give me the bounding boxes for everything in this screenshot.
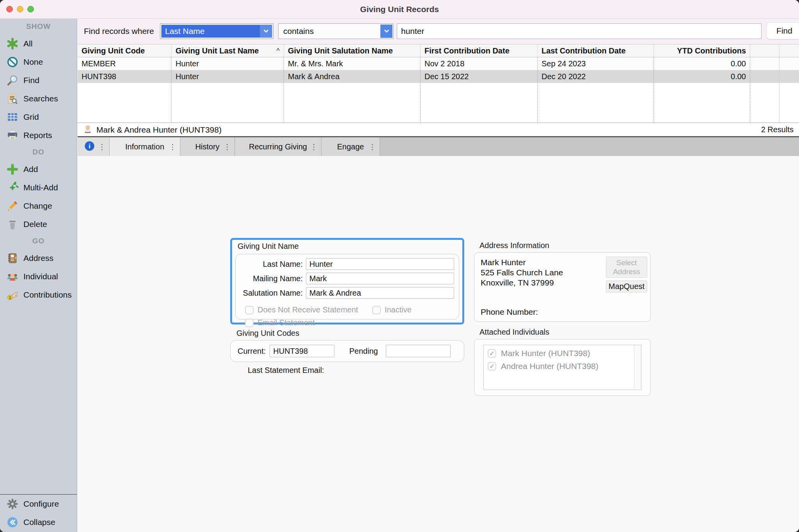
checkbox-unchecked[interactable] bbox=[245, 306, 254, 314]
close-button[interactable] bbox=[6, 6, 13, 12]
list-item[interactable]: ✓ Andrea Hunter (HUNT398) bbox=[488, 362, 641, 371]
tab-history[interactable]: History ⋮ bbox=[180, 137, 235, 156]
address-information-fieldset: Mark Hunter 525 Falls Church Lane Knoxvi… bbox=[474, 252, 651, 322]
record-header-bar: Mark & Andrea Hunter (HUNT398) 2 Results bbox=[78, 123, 799, 136]
zoom-button[interactable] bbox=[27, 6, 34, 12]
empty-cell bbox=[750, 83, 779, 122]
sidebar-item-label: Add bbox=[23, 165, 38, 174]
last-name-label: Last Name: bbox=[240, 260, 306, 269]
chevron-down-icon bbox=[260, 25, 272, 37]
current-code-field[interactable] bbox=[270, 345, 334, 357]
sidebar-item-multi-add[interactable]: Multi-Add bbox=[0, 178, 77, 197]
current-code-label: Current: bbox=[238, 347, 266, 356]
field-select-value: Last Name bbox=[165, 27, 205, 36]
checkbox-unchecked[interactable] bbox=[245, 319, 254, 327]
cell-last-name: Hunter bbox=[172, 57, 284, 70]
checkbox-unchecked[interactable] bbox=[372, 306, 381, 314]
checkbox-checked[interactable]: ✓ bbox=[488, 362, 496, 371]
column-header[interactable]: Giving Unit Code bbox=[78, 44, 172, 57]
attached-individuals-group: Attached Individuals ✓ Mark Hunter (HUNT… bbox=[474, 328, 651, 396]
cell-last-contribution: Dec 20 2022 bbox=[538, 70, 654, 83]
salutation-name-field[interactable] bbox=[306, 287, 454, 299]
checkbox-checked[interactable]: ✓ bbox=[488, 349, 496, 358]
collapse-chevrons-icon bbox=[6, 516, 19, 528]
svg-text:$: $ bbox=[9, 295, 11, 300]
cell-spacer bbox=[750, 70, 779, 83]
sidebar-item-label: Collapse bbox=[23, 518, 55, 527]
pending-code-label: Pending bbox=[349, 347, 378, 356]
operator-select-value: contains bbox=[283, 27, 314, 36]
magnifier-icon bbox=[6, 74, 19, 87]
sidebar-item-label: Reports bbox=[23, 131, 52, 140]
sidebar-section-do: DO bbox=[0, 144, 77, 160]
group-legend: Attached Individuals bbox=[479, 328, 651, 337]
tab-menu-dots[interactable]: ⋮ bbox=[169, 142, 176, 151]
last-name-field[interactable] bbox=[306, 258, 454, 270]
info-tab-segment[interactable]: i ⋮ bbox=[78, 137, 110, 156]
column-header[interactable]: YTD Contributions bbox=[654, 44, 750, 57]
column-header[interactable]: Last Contribution Date bbox=[538, 44, 654, 57]
sidebar-item-individual[interactable]: Individual bbox=[0, 267, 77, 286]
empty-cell bbox=[78, 83, 172, 122]
tab-information[interactable]: Information ⋮ bbox=[110, 137, 180, 156]
sidebar-item-label: Find bbox=[23, 76, 39, 85]
checkbox-label: Email Statement bbox=[257, 318, 315, 327]
tab-menu-dots[interactable]: ⋮ bbox=[369, 142, 376, 151]
table-row-selected[interactable]: HUNT398 Hunter Mark & Andrea Dec 15 2022… bbox=[78, 70, 799, 83]
svg-text:i: i bbox=[89, 143, 91, 150]
tab-recurring-giving[interactable]: Recurring Giving ⋮ bbox=[235, 137, 321, 156]
mailing-name-field[interactable] bbox=[306, 273, 454, 284]
sidebar-item-contributions[interactable]: $ Contributions bbox=[0, 286, 77, 304]
cell-gutter bbox=[779, 57, 799, 70]
sidebar-item-add[interactable]: Add bbox=[0, 160, 77, 178]
sidebar-item-all[interactable]: All bbox=[0, 34, 77, 53]
circular-plus-icon bbox=[6, 181, 19, 194]
tab-engage[interactable]: Engage ⋮ bbox=[321, 137, 380, 156]
column-header-sorted[interactable]: Giving Unit Last Name^ bbox=[172, 44, 284, 57]
search-input[interactable] bbox=[397, 23, 762, 39]
sidebar-item-label: All bbox=[23, 39, 32, 48]
table-empty-area bbox=[78, 83, 799, 122]
sidebar-item-reports[interactable]: Reports bbox=[0, 126, 77, 144]
tab-label: Recurring Giving bbox=[249, 142, 307, 151]
pencil-icon bbox=[6, 200, 19, 212]
tab-menu-dots[interactable]: ⋮ bbox=[224, 142, 231, 151]
giving-unit-codes-group: Giving Unit Codes Current: Pending bbox=[230, 329, 464, 362]
hand-coin-icon: $ bbox=[6, 289, 19, 301]
sidebar-item-address[interactable]: Address bbox=[0, 249, 77, 267]
pending-code-field[interactable] bbox=[386, 345, 451, 357]
results-count: 2 Results bbox=[761, 125, 794, 134]
sidebar-item-configure[interactable]: Configure bbox=[0, 495, 77, 513]
column-header-spacer bbox=[750, 44, 779, 57]
find-button[interactable]: Find bbox=[766, 22, 799, 39]
giving-unit-name-fieldset: Last Name: Mailing Name: Salutation Name… bbox=[235, 254, 459, 319]
sidebar-item-find[interactable]: Find bbox=[0, 71, 77, 89]
sidebar-item-delete[interactable]: Delete bbox=[0, 215, 77, 233]
list-scrollbar[interactable] bbox=[634, 345, 641, 390]
table-row[interactable]: MEMBER Hunter Mr. & Mrs. Mark Nov 2 2018… bbox=[78, 57, 799, 70]
cell-ytd: 0.00 bbox=[654, 57, 750, 70]
select-address-button[interactable]: Select Address bbox=[606, 257, 647, 278]
mailing-name-label: Mailing Name: bbox=[240, 274, 306, 283]
last-statement-email-label: Last Statement Email: bbox=[248, 366, 324, 375]
column-header[interactable]: First Contribution Date bbox=[421, 44, 538, 57]
sidebar-item-collapse[interactable]: Collapse bbox=[0, 513, 77, 531]
empty-cell bbox=[538, 83, 654, 122]
sidebar-item-change[interactable]: Change bbox=[0, 197, 77, 215]
minimize-button[interactable] bbox=[17, 6, 23, 12]
tab-bar: i ⋮ Information ⋮ History ⋮ Recurring Gi… bbox=[78, 137, 799, 156]
tab-menu-dots[interactable]: ⋮ bbox=[98, 142, 106, 151]
list-item[interactable]: ✓ Mark Hunter (HUNT398) bbox=[488, 349, 641, 358]
mapquest-button[interactable]: MapQuest bbox=[606, 280, 647, 293]
table-scrollbar-gutter bbox=[779, 44, 799, 57]
sidebar-item-searches[interactable]: Searches bbox=[0, 89, 77, 108]
tab-menu-dots[interactable]: ⋮ bbox=[310, 142, 318, 151]
column-header[interactable]: Giving Unit Salutation Name bbox=[284, 44, 421, 57]
operator-select[interactable]: contains bbox=[278, 23, 394, 39]
sidebar-item-label: Delete bbox=[23, 220, 47, 229]
field-select[interactable]: Last Name bbox=[160, 23, 273, 39]
sidebar-item-none[interactable]: None bbox=[0, 53, 77, 71]
attached-individuals-list: ✓ Mark Hunter (HUNT398) ✓ Andrea Hunter … bbox=[483, 345, 641, 390]
cell-last-contribution: Sep 24 2023 bbox=[538, 57, 654, 70]
sidebar-item-grid[interactable]: Grid bbox=[0, 108, 77, 126]
